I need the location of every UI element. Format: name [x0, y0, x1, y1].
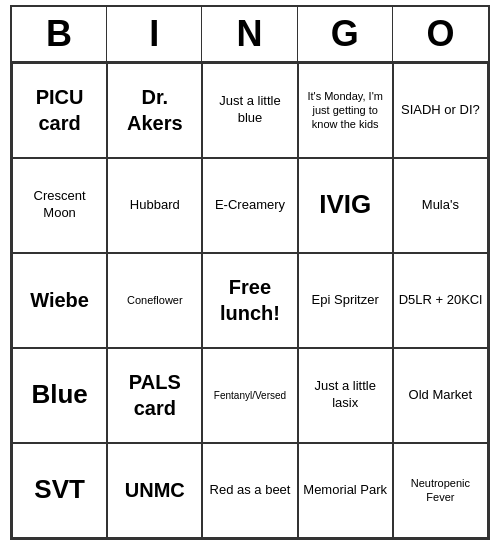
bingo-cell: Crescent Moon	[12, 158, 107, 253]
bingo-cell: Just a little lasix	[298, 348, 393, 443]
bingo-cell: It's Monday, I'm just getting to know th…	[298, 63, 393, 158]
bingo-cell: Coneflower	[107, 253, 202, 348]
bingo-cell: Fentanyl/Versed	[202, 348, 297, 443]
bingo-cell: Free lunch!	[202, 253, 297, 348]
bingo-cell: PALS card	[107, 348, 202, 443]
bingo-cell: Mula's	[393, 158, 488, 253]
bingo-cell: Hubbard	[107, 158, 202, 253]
bingo-card: BINGO PICU cardDr. AkersJust a little bl…	[10, 5, 490, 540]
bingo-cell: PICU card	[12, 63, 107, 158]
bingo-cell: Old Market	[393, 348, 488, 443]
bingo-cell: SVT	[12, 443, 107, 538]
bingo-cell: IVIG	[298, 158, 393, 253]
bingo-header: BINGO	[12, 7, 488, 63]
bingo-cell: E-Creamery	[202, 158, 297, 253]
bingo-cell: Blue	[12, 348, 107, 443]
header-letter: G	[298, 7, 393, 61]
bingo-cell: Red as a beet	[202, 443, 297, 538]
bingo-grid: PICU cardDr. AkersJust a little blueIt's…	[12, 63, 488, 538]
bingo-cell: D5LR + 20KCl	[393, 253, 488, 348]
bingo-cell: Dr. Akers	[107, 63, 202, 158]
header-letter: I	[107, 7, 202, 61]
bingo-cell: Wiebe	[12, 253, 107, 348]
bingo-cell: SIADH or DI?	[393, 63, 488, 158]
bingo-cell: Epi Spritzer	[298, 253, 393, 348]
header-letter: N	[202, 7, 297, 61]
bingo-cell: Memorial Park	[298, 443, 393, 538]
bingo-cell: UNMC	[107, 443, 202, 538]
header-letter: B	[12, 7, 107, 61]
header-letter: O	[393, 7, 488, 61]
bingo-cell: Just a little blue	[202, 63, 297, 158]
bingo-cell: Neutropenic Fever	[393, 443, 488, 538]
